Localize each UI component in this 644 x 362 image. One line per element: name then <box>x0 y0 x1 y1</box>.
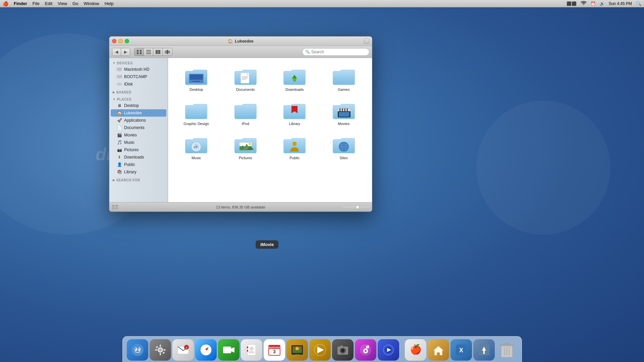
dock-item-apple-store[interactable]: 🍎 <box>405 339 426 361</box>
macintosh-hd-icon <box>117 67 122 72</box>
dock-item-screenshot[interactable] <box>332 339 354 361</box>
svg-rect-14 <box>117 68 122 70</box>
sidebar-item-public[interactable]: 👤 Public <box>109 161 168 168</box>
bootcamp-label: BOOTCAMP <box>124 74 147 79</box>
dock-item-facetime[interactable] <box>218 339 239 361</box>
svg-text:September: September <box>268 346 280 349</box>
documents-folder-icon <box>233 66 258 86</box>
file-item-games[interactable]: Games <box>321 63 367 94</box>
sidebar-item-lukeedee[interactable]: 🏠 Lukeedee <box>111 109 166 117</box>
sidebar-item-applications[interactable]: 🚀 Applications <box>109 117 168 124</box>
places-triangle[interactable]: ▼ <box>113 98 115 101</box>
minimize-button[interactable] <box>118 39 123 43</box>
desktop-folder-icon <box>184 66 208 86</box>
devices-triangle[interactable]: ▼ <box>113 62 115 65</box>
search-box[interactable]: 🔍 <box>302 48 369 56</box>
dock-item-system-prefs[interactable] <box>150 339 171 361</box>
system-prefs-icon <box>150 339 171 361</box>
library-sidebar-icon: 📚 <box>117 169 122 175</box>
status-bar: 13 items, 836.35 GB available <box>109 202 372 212</box>
svg-rect-15 <box>119 71 120 71</box>
sidebar-item-desktop[interactable]: 🖥 Desktop <box>109 102 168 109</box>
dock-item-quicktime[interactable] <box>378 339 399 361</box>
sidebar-item-library[interactable]: 📚 Library <box>109 168 168 176</box>
menubar-right: ⬛⬛ ⏰ 🔊 Sun 4:45 PM 🔍 <box>567 1 641 6</box>
menu-edit[interactable]: Edit <box>45 1 52 6</box>
dock-item-address-book[interactable] <box>241 339 262 361</box>
menu-file[interactable]: File <box>33 1 40 6</box>
sidebar-item-downloads[interactable]: ⬇ Downloads <box>109 154 168 161</box>
sidebar-item-bootcamp[interactable]: BOOTCAMP <box>109 73 168 80</box>
svg-rect-6 <box>146 53 151 54</box>
file-item-movies[interactable]: Movies <box>321 98 367 128</box>
sidebar-item-pictures[interactable]: 📷 Pictures <box>109 146 168 154</box>
sidebar-item-idisk[interactable]: iDisk <box>109 80 168 88</box>
sidebar-item-macintosh-hd[interactable]: Macintosh HD <box>109 66 168 73</box>
idisk-icon <box>117 81 122 87</box>
dock-item-downloads-stack[interactable] <box>473 339 495 361</box>
dock-item-mail[interactable]: 3 <box>172 339 194 361</box>
svg-rect-72 <box>156 346 158 349</box>
dock-item-iphoto[interactable] <box>286 339 308 361</box>
svg-rect-17 <box>117 75 122 78</box>
dock-item-finder[interactable] <box>127 339 148 361</box>
icon-view-button[interactable] <box>135 48 144 56</box>
sidebar-item-movies[interactable]: 🎬 Movies <box>109 131 168 139</box>
sidebar-item-documents[interactable]: 📄 Documents <box>109 124 168 131</box>
back-button[interactable]: ◀ <box>112 48 121 56</box>
menu-finder[interactable]: Finder <box>14 1 27 6</box>
macintosh-hd-label: Macintosh HD <box>124 67 149 72</box>
svg-rect-4 <box>146 50 151 51</box>
zoom-slider[interactable] <box>342 206 369 208</box>
column-view-button[interactable] <box>153 48 163 56</box>
svg-point-101 <box>341 349 344 352</box>
dock-item-trash[interactable] <box>496 339 518 361</box>
finder-window: 🏠 Lukeedee ◀ ▶ <box>109 36 372 212</box>
spotlight-icon[interactable]: 🔍 <box>636 1 641 6</box>
menu-help[interactable]: Help <box>105 1 114 6</box>
file-item-documents[interactable]: Documents <box>223 63 269 94</box>
file-item-pictures[interactable]: Pictures <box>223 132 269 163</box>
toolbar: ◀ ▶ <box>109 46 372 58</box>
file-item-library[interactable]: Library <box>272 98 318 128</box>
file-item-desktop[interactable]: Desktop <box>173 63 219 94</box>
dock-item-xcode[interactable]: X <box>450 339 472 361</box>
resize-button[interactable] <box>364 39 369 44</box>
shared-triangle[interactable]: ▶ <box>113 91 115 94</box>
file-item-ipod[interactable]: iPod <box>223 98 269 128</box>
screenshot-icon <box>332 339 354 361</box>
list-view-button[interactable] <box>144 48 153 56</box>
sidebar-item-music[interactable]: 🎵 Music <box>109 139 168 146</box>
dock-item-ical[interactable]: September 3 <box>264 339 285 361</box>
dock-item-safari[interactable] <box>195 339 217 361</box>
zoom-thumb[interactable] <box>356 205 359 209</box>
xcode-icon: X <box>450 339 472 361</box>
shared-header: ▶ SHARED <box>109 89 168 95</box>
menu-view[interactable]: View <box>58 1 67 6</box>
facetime-icon <box>218 339 239 361</box>
coverflow-view-button[interactable] <box>163 48 172 56</box>
dock-item-itunes[interactable] <box>355 339 376 361</box>
apple-menu[interactable]: 🍎 <box>3 1 8 6</box>
home-icon: 🏠 <box>228 39 233 44</box>
public-label: Public <box>289 156 300 160</box>
file-grid-container[interactable]: Desktop <box>168 58 372 202</box>
file-item-music[interactable]: Music <box>173 132 219 163</box>
search-triangle[interactable]: ▶ <box>113 179 115 182</box>
svg-rect-2 <box>137 52 139 54</box>
svg-rect-71 <box>163 349 166 351</box>
mail-icon: 3 <box>172 339 194 361</box>
forward-button[interactable]: ▶ <box>121 48 130 56</box>
file-item-graphic-design[interactable]: Graphic Design <box>173 98 219 128</box>
close-button[interactable] <box>112 39 116 43</box>
file-item-public[interactable]: Public <box>272 132 318 163</box>
file-item-sites[interactable]: Sites <box>321 132 367 163</box>
menu-window[interactable]: Window <box>84 1 99 6</box>
dock-item-home[interactable] <box>428 339 449 361</box>
search-input[interactable] <box>311 50 366 54</box>
dock-item-imovie[interactable] <box>309 339 331 361</box>
maximize-button[interactable] <box>125 39 129 43</box>
file-item-downloads[interactable]: Downloads <box>272 63 318 94</box>
menu-go[interactable]: Go <box>72 1 78 6</box>
downloads-sidebar-icon: ⬇ <box>117 155 122 160</box>
